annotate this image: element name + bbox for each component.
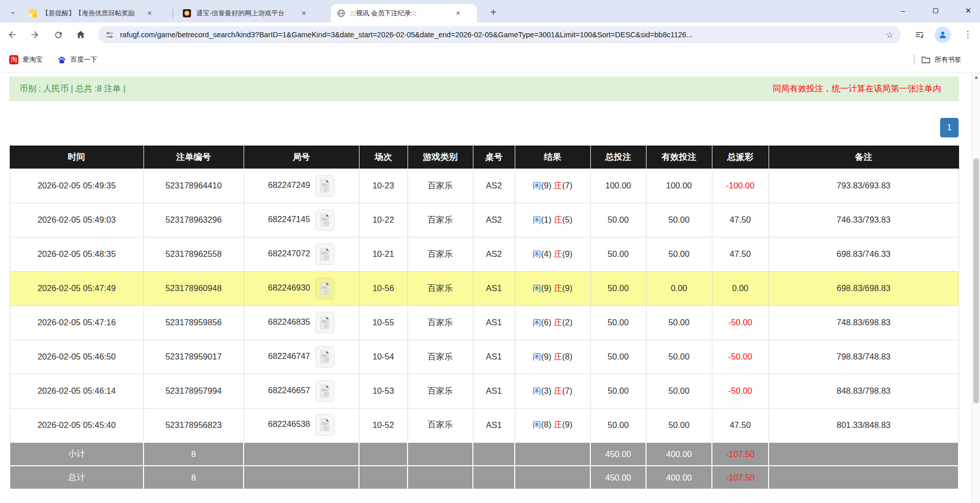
cell-session: 10-23 <box>359 169 408 203</box>
cell-remark: 746.33/793.83 <box>769 203 959 237</box>
window-close-button[interactable]: ✕ <box>960 3 976 18</box>
tab2-close-icon[interactable]: ✕ <box>299 9 308 18</box>
new-tab-button[interactable]: + <box>486 6 500 20</box>
vertical-scrollbar[interactable]: ▲ <box>972 73 980 503</box>
summary-total-bet: 450.00 <box>590 466 646 489</box>
home-icon[interactable] <box>73 27 89 43</box>
scroll-up-icon[interactable]: ▲ <box>972 75 980 80</box>
table-row: 2026-02-05 05:47:16 523178959856 6822468… <box>10 305 959 340</box>
back-icon[interactable] <box>4 27 20 43</box>
cell-time: 2026-02-05 05:46:50 <box>10 340 144 374</box>
cell-table-no: AS1 <box>473 408 515 442</box>
cell-game-type: 百家乐 <box>408 169 473 203</box>
reload-icon[interactable] <box>50 27 66 43</box>
cell-total-bet: 50.00 <box>590 374 646 408</box>
video-replay-button[interactable] <box>315 312 334 333</box>
cell-time: 2026-02-05 05:48:35 <box>10 237 144 271</box>
tab2-favicon <box>183 9 191 17</box>
cell-payout: 0.00 <box>712 271 769 305</box>
cell-table-no: AS1 <box>473 340 515 374</box>
address-bar[interactable]: rafugf.com/game/betrecord_search/kind3?B… <box>98 26 901 43</box>
cell-session: 10-22 <box>359 203 408 237</box>
cell-bet-id: 523178957994 <box>144 374 244 408</box>
tab1-close-icon[interactable]: ✕ <box>145 9 154 18</box>
bookmark-baidu[interactable]: 百度一下 <box>54 53 100 67</box>
header-time: 时间 <box>10 146 144 169</box>
cell-game-type: 百家乐 <box>408 374 473 408</box>
cell-result: 闲(9) 庄(9) <box>515 271 590 305</box>
cell-result: 闲(3) 庄(7) <box>515 374 590 408</box>
tab-strip: ⌄ 【新提醒】【海燕优质回帖奖励 ✕ 通宝-信誉最好的网上游戏平台 ✕ :::视… <box>0 0 980 22</box>
browser-tab-2[interactable]: 通宝-信誉最好的网上游戏平台 ✕ <box>177 4 324 22</box>
browser-menu-icon[interactable]: ⋮ <box>960 27 975 43</box>
cell-round-id: 682246538 <box>244 408 359 442</box>
cell-remark: 798.83/748.83 <box>769 340 959 374</box>
cell-payout: 47.50 <box>712 237 769 271</box>
browser-tab-3-active[interactable]: :::视讯 会员下注纪录::: ✕ <box>331 4 477 22</box>
video-replay-button[interactable] <box>315 346 334 368</box>
table-header-row: 时间 注单编号 局号 场次 游戏类别 桌号 结果 总投注 有效投注 总派彩 备注 <box>10 146 959 169</box>
video-replay-button[interactable] <box>315 175 334 197</box>
folder-icon <box>921 56 930 64</box>
cell-payout: 47.50 <box>712 408 769 442</box>
video-replay-button[interactable] <box>315 244 334 265</box>
cell-game-type: 百家乐 <box>408 271 473 305</box>
summary-valid-bet: 400.00 <box>646 466 712 489</box>
cell-table-no: AS2 <box>473 203 515 237</box>
video-replay-button[interactable] <box>315 209 334 231</box>
cell-round-id: 682247145 <box>244 203 359 237</box>
scrollbar-thumb[interactable] <box>973 158 979 403</box>
table-row: 2026-02-05 05:45:40 523178956823 6822465… <box>10 408 959 442</box>
cell-time: 2026-02-05 05:46:14 <box>10 374 144 408</box>
cell-round-id: 682246835 <box>244 305 359 340</box>
cell-payout: -50.00 <box>712 374 769 408</box>
tab-divider <box>173 9 173 18</box>
bookmark-star-icon[interactable]: ☆ <box>886 30 894 40</box>
maximize-icon <box>933 8 938 13</box>
globe-icon <box>337 9 345 17</box>
cell-round-id: 682246657 <box>244 374 359 408</box>
header-valid-bet: 有效投注 <box>646 146 712 169</box>
browser-tab-1[interactable]: 【新提醒】【海燕优质回帖奖励 ✕ <box>22 4 171 22</box>
page-1-button[interactable]: 1 <box>940 118 959 137</box>
video-replay-button[interactable] <box>315 278 334 299</box>
cell-time: 2026-02-05 05:47:49 <box>10 271 144 305</box>
bookmark-taobao[interactable]: 淘 爱淘宝 <box>6 53 45 67</box>
cell-result: 闲(9) 庄(8) <box>515 340 590 374</box>
video-replay-button[interactable] <box>315 414 334 436</box>
tab3-close-icon[interactable]: ✕ <box>453 9 463 18</box>
window-maximize-button[interactable] <box>927 3 944 18</box>
cell-session: 10-55 <box>359 305 408 340</box>
cell-result: 闲(8) 庄(9) <box>515 408 590 442</box>
window-minimize-button[interactable]: – <box>895 3 911 18</box>
media-control-icon[interactable] <box>911 27 927 43</box>
header-table-no: 桌号 <box>473 146 515 169</box>
cell-game-type: 百家乐 <box>408 408 473 442</box>
cell-total-bet: 50.00 <box>590 271 646 305</box>
summary-payout: -107.50 <box>712 466 769 489</box>
video-replay-button[interactable] <box>315 380 334 402</box>
cell-bet-id: 523178963296 <box>144 203 244 237</box>
bookmarks-divider <box>914 55 915 65</box>
all-bookmarks-button[interactable]: 所有书签 <box>921 53 961 67</box>
url-text[interactable]: rafugf.com/game/betrecord_search/kind3?B… <box>120 31 879 39</box>
cell-valid-bet: 50.00 <box>646 305 712 340</box>
profile-avatar[interactable] <box>935 27 951 43</box>
cell-game-type: 百家乐 <box>408 340 473 374</box>
forward-icon[interactable] <box>27 27 43 43</box>
tab-search-chevron-icon[interactable]: ⌄ <box>7 6 18 17</box>
cell-valid-bet: 100.00 <box>646 169 712 203</box>
cell-game-type: 百家乐 <box>408 203 473 237</box>
cell-time: 2026-02-05 05:47:16 <box>10 305 144 340</box>
header-result: 结果 <box>515 146 590 169</box>
site-info-tune-icon[interactable] <box>105 31 114 39</box>
cell-game-type: 百家乐 <box>408 237 473 271</box>
header-total-bet: 总投注 <box>590 146 646 169</box>
cell-total-bet: 50.00 <box>590 305 646 340</box>
cell-round-id: 682247249 <box>244 169 359 203</box>
page-content: 币别 : 人民币 | 总共 :8 注单 | 同局有效投注，统一计算在该局第一张注… <box>0 73 972 503</box>
cell-valid-bet: 50.00 <box>646 374 712 408</box>
header-round-id: 局号 <box>244 146 359 169</box>
cell-valid-bet: 50.00 <box>646 237 712 271</box>
cell-time: 2026-02-05 05:49:35 <box>10 169 144 203</box>
